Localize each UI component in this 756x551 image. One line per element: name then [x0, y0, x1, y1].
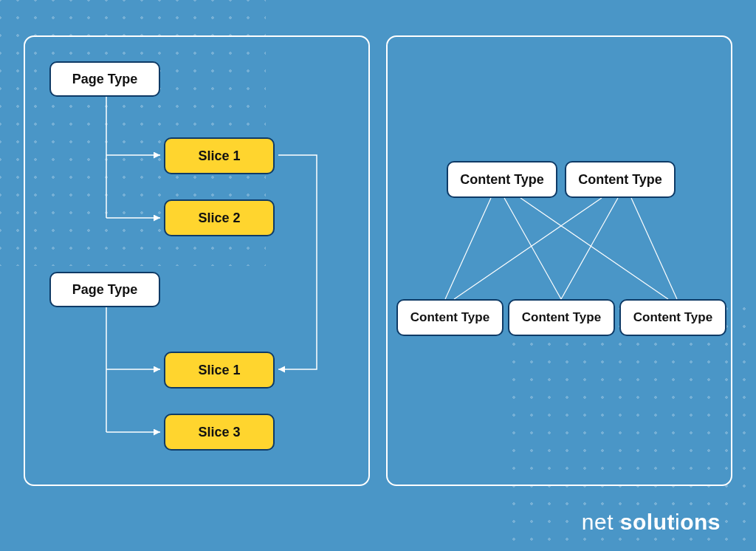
page-type-node-2: Page Type — [49, 272, 160, 307]
slice-node-3: Slice 3 — [164, 414, 275, 451]
left-panel: Page Type Slice 1 Slice 2 Page Type Slic… — [24, 35, 370, 486]
page-type-node-1: Page Type — [49, 61, 160, 97]
svg-line-0 — [445, 198, 491, 299]
svg-line-3 — [454, 198, 602, 299]
brand-part2: solut — [620, 510, 675, 534]
brand-logo: net solutions — [582, 510, 721, 535]
svg-line-1 — [504, 198, 561, 299]
content-type-bottom-a: Content Type — [396, 299, 504, 336]
content-type-bottom-c: Content Type — [619, 299, 726, 336]
slice-node-1b: Slice 1 — [164, 352, 275, 389]
svg-line-4 — [561, 198, 618, 299]
slice-node-1a: Slice 1 — [164, 137, 275, 174]
svg-line-5 — [631, 198, 677, 299]
brand-part4: ons — [680, 510, 721, 534]
brand-part1: net — [582, 510, 620, 534]
right-connectors — [388, 37, 735, 487]
content-type-top-a: Content Type — [447, 161, 557, 198]
right-panel: Content Type Content Type Content Type C… — [386, 35, 732, 486]
content-type-top-b: Content Type — [565, 161, 676, 198]
slice-node-2: Slice 2 — [164, 199, 275, 236]
panels-row: Page Type Slice 1 Slice 2 Page Type Slic… — [24, 35, 732, 486]
content-type-bottom-b: Content Type — [508, 299, 615, 336]
svg-line-2 — [520, 198, 668, 299]
